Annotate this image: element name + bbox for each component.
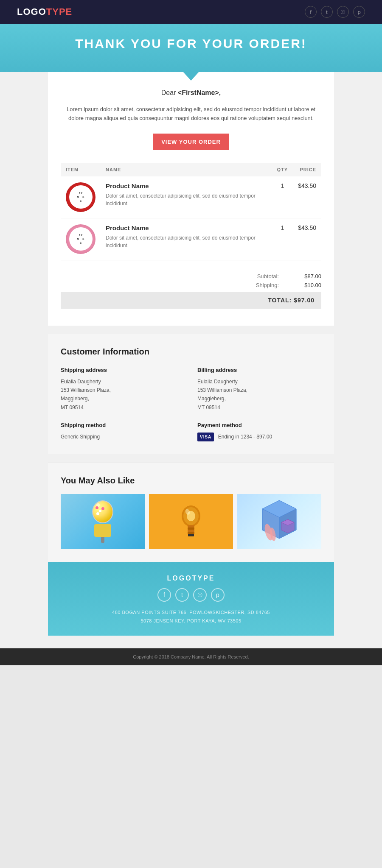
footer-logo: LOGOTYPE bbox=[56, 575, 326, 582]
product-recommendation-grid bbox=[61, 494, 321, 549]
gumball-stand bbox=[101, 537, 104, 543]
svg-rect-3 bbox=[188, 525, 194, 527]
footer-address: 480 BOGAN POINTS SUITE 766, POWLOWSKICHE… bbox=[56, 608, 326, 625]
product-2-name: Product Name bbox=[106, 224, 267, 232]
svg-rect-5 bbox=[188, 530, 194, 532]
customer-info-section: Customer Information Shipping address Eu… bbox=[48, 334, 334, 455]
svg-rect-4 bbox=[188, 527, 194, 530]
facebook-icon[interactable]: f bbox=[305, 6, 317, 18]
cube-image bbox=[237, 494, 321, 549]
main-container: THANK YOU FOR YOUR ORDER! Dear <FirstNam… bbox=[0, 24, 382, 648]
product-1-desc: Dolor sit amet, consectetur adipisicing … bbox=[106, 192, 267, 207]
billing-address-title: Billing address bbox=[197, 367, 321, 373]
gumball-globe bbox=[92, 500, 113, 523]
gumball-image bbox=[61, 494, 145, 549]
table-header-item: ITEM bbox=[61, 163, 101, 176]
order-table: ITEM NAME QTY PRICE 12 93 bbox=[61, 163, 321, 260]
lightbulb-svg bbox=[178, 498, 204, 545]
logo: LOGOTYPE bbox=[17, 6, 72, 17]
table-header-qty: QTY bbox=[272, 163, 293, 176]
product-image-cell: 12 93 6 bbox=[61, 176, 101, 218]
payment-method-value: VISA Ending in 1234 - $97.00 bbox=[197, 433, 321, 441]
footer-facebook-icon[interactable]: f bbox=[157, 588, 171, 602]
footer-social-icons: f t ☉ p bbox=[56, 588, 326, 602]
view-order-button[interactable]: VIEW YOUR ORDER bbox=[153, 134, 229, 150]
product-2-desc: Dolor sit amet, consectetur adipisicing … bbox=[106, 234, 267, 249]
gumball-base bbox=[94, 524, 111, 536]
payment-method-block: Payment method VISA Ending in 1234 - $97… bbox=[197, 422, 321, 441]
product-1-name-cell: Product Name Dolor sit amet, consectetur… bbox=[101, 176, 272, 218]
page-header: LOGOTYPE f t ☉ p bbox=[0, 0, 382, 24]
shipping-address-content: Eulalia Daugherty 153 Williamson Plaza, … bbox=[61, 377, 185, 412]
product-image-cell-2: 12 93 6 bbox=[61, 218, 101, 260]
product-2-image: 12 93 6 bbox=[66, 224, 96, 254]
shipping-label: Shipping: bbox=[256, 282, 279, 288]
banner-title: THANK YOU FOR YOUR ORDER! bbox=[8, 36, 374, 51]
product-2-name-cell: Product Name Dolor sit amet, consectetur… bbox=[101, 218, 272, 260]
product-2-qty: 1 bbox=[272, 218, 293, 260]
totals-area: Subtotal: $87.00 Shipping: $10.00 TOTAL:… bbox=[61, 269, 321, 313]
footer-pinterest-icon[interactable]: p bbox=[211, 588, 225, 602]
header-social-icons: f t ☉ p bbox=[305, 6, 365, 18]
thank-you-banner: THANK YOU FOR YOUR ORDER! bbox=[0, 24, 382, 72]
footer-twitter-icon[interactable]: t bbox=[175, 588, 189, 602]
spacer-2 bbox=[48, 454, 334, 463]
footer-address-1: 480 BOGAN POINTS SUITE 766, POWLOWSKICHE… bbox=[56, 608, 326, 617]
shipping-address-block: Shipping address Eulalia Daugherty 153 W… bbox=[61, 367, 185, 412]
product-1-name: Product Name bbox=[106, 182, 267, 190]
cube-svg bbox=[256, 496, 303, 547]
recommended-product-3[interactable] bbox=[237, 494, 321, 549]
bulb-image bbox=[149, 494, 233, 549]
subtotal-label: Subtotal: bbox=[257, 273, 279, 279]
recommended-product-1[interactable] bbox=[61, 494, 145, 549]
clock-face-2: 12 93 6 bbox=[69, 227, 93, 251]
content-area: Dear <FirstName>, Lorem ipsum dolor sit … bbox=[48, 72, 334, 326]
gumball-machine-illustration bbox=[90, 500, 115, 543]
svg-rect-7 bbox=[188, 534, 194, 536]
footer-banner: LOGOTYPE f t ☉ p 480 BOGAN POINTS SUITE … bbox=[48, 562, 334, 636]
greeting-name: <FirstName>, bbox=[178, 89, 221, 96]
product-1-image: 12 93 6 bbox=[66, 182, 96, 212]
also-like-section: You May Also Like bbox=[48, 463, 334, 562]
subtotal-value: $87.00 bbox=[287, 273, 321, 279]
table-header-price: PRICE bbox=[293, 163, 321, 176]
total-final: TOTAL: $97.00 bbox=[61, 292, 321, 309]
clock-face-1: 12 93 6 bbox=[69, 185, 93, 209]
product-2-price: $43.50 bbox=[293, 218, 321, 260]
payment-method-title: Payment method bbox=[197, 422, 321, 428]
shipping-address-title: Shipping address bbox=[61, 367, 185, 373]
footer-instagram-icon[interactable]: ☉ bbox=[193, 588, 207, 602]
info-grid: Shipping address Eulalia Daugherty 153 W… bbox=[61, 367, 321, 442]
also-like-title: You May Also Like bbox=[61, 476, 321, 486]
logo-type: TYPE bbox=[46, 6, 72, 17]
customer-info-title: Customer Information bbox=[61, 347, 321, 357]
svg-rect-6 bbox=[188, 532, 194, 534]
table-row: 12 93 6 Product Name Dolor sit amet, con… bbox=[61, 176, 321, 218]
card-info: Ending in 1234 - $97.00 bbox=[218, 434, 272, 440]
product-1-price: $43.50 bbox=[293, 176, 321, 218]
recommended-product-2[interactable] bbox=[149, 494, 233, 549]
shipping-value: $10.00 bbox=[287, 282, 321, 288]
shipping-method-block: Shipping method Generic Shipping bbox=[61, 422, 185, 441]
pinterest-icon[interactable]: p bbox=[353, 6, 365, 18]
banner-arrow bbox=[183, 71, 199, 81]
table-row: 12 93 6 Product Name Dolor sit amet, con… bbox=[61, 218, 321, 260]
copyright-text: Copyright © 2018 Company Name. All Right… bbox=[133, 654, 249, 659]
instagram-icon[interactable]: ☉ bbox=[337, 6, 349, 18]
spacer-1 bbox=[48, 326, 334, 334]
logo-logo: LOGO bbox=[17, 6, 46, 17]
greeting-text: Dear <FirstName>, bbox=[61, 89, 321, 97]
shipping-method-title: Shipping method bbox=[61, 422, 185, 428]
subtotal-row: Subtotal: $87.00 bbox=[61, 273, 321, 279]
shipping-row: Shipping: $10.00 bbox=[61, 282, 321, 288]
product-1-qty: 1 bbox=[272, 176, 293, 218]
twitter-icon[interactable]: t bbox=[321, 6, 333, 18]
footer-address-2: 5078 JENSEN KEY, PORT KAYA, WV 73505 bbox=[56, 617, 326, 625]
table-header-name: NAME bbox=[101, 163, 272, 176]
billing-address-content: Eulalia Daugherty 153 Williamson Plaza, … bbox=[197, 377, 321, 412]
billing-address-block: Billing address Eulalia Daugherty 153 Wi… bbox=[197, 367, 321, 412]
body-text: Lorem ipsum dolor sit amet, consectetur … bbox=[61, 105, 321, 123]
shipping-method-value: Generic Shipping bbox=[61, 433, 185, 441]
bottom-footer: Copyright © 2018 Company Name. All Right… bbox=[0, 648, 382, 665]
visa-badge: VISA bbox=[197, 433, 214, 441]
